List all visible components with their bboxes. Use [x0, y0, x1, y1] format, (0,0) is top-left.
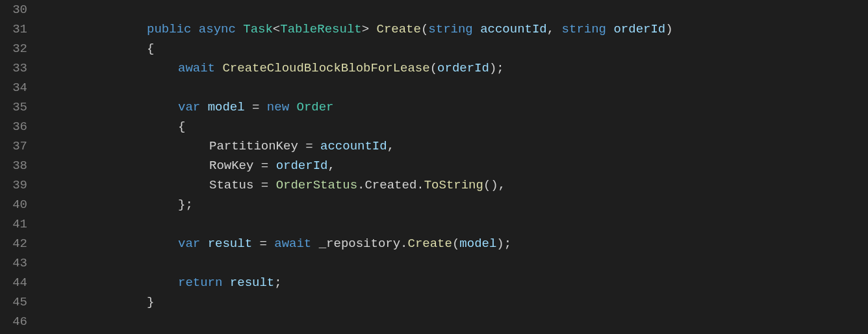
- code-line: [64, 312, 868, 331]
- code-line: public async Task<TableResult> Create(st…: [64, 19, 868, 39]
- code-line: PartitionKey = accountId,: [64, 136, 868, 156]
- code-token: Create: [408, 237, 452, 251]
- line-number: 33: [5, 58, 27, 78]
- code-line: {: [64, 117, 868, 136]
- code-token: (),: [483, 178, 505, 192]
- code-token: [311, 237, 318, 251]
- code-token: accountId: [320, 139, 387, 153]
- line-number: 43: [5, 253, 27, 273]
- code-token: string: [428, 22, 472, 36]
- line-number: 35: [5, 97, 27, 117]
- code-token: =: [252, 237, 274, 251]
- code-token: =: [253, 159, 275, 173]
- code-token: [473, 22, 480, 36]
- code-token: model: [459, 237, 496, 251]
- code-token: );: [496, 237, 511, 251]
- code-token: _repository: [319, 237, 400, 251]
- line-number: 41: [5, 214, 27, 234]
- code-line: Status = OrderStatus.Created.ToString(),: [64, 175, 868, 195]
- code-token: <: [273, 22, 280, 36]
- code-token: string: [562, 22, 606, 36]
- line-number: 44: [5, 273, 27, 292]
- code-line: var model = new Order: [64, 97, 868, 117]
- code-line: [64, 214, 868, 234]
- code-line: {: [64, 39, 868, 58]
- code-line: RowKey = orderId,: [64, 156, 868, 175]
- code-line: await CreateCloudBlockBlobForLease(order…: [64, 58, 868, 78]
- code-token: =: [298, 139, 320, 153]
- line-number: 38: [5, 156, 27, 175]
- code-token: (: [452, 237, 459, 251]
- code-token: .: [416, 178, 424, 192]
- code-line: [64, 78, 868, 97]
- code-token: ,: [327, 159, 335, 173]
- code-token: Task: [243, 22, 273, 36]
- line-number-gutter: 3031323334353637383940414243444546: [0, 0, 39, 334]
- code-token: [236, 22, 243, 36]
- code-token: ): [665, 22, 672, 36]
- code-token: [191, 22, 198, 36]
- code-token: {: [147, 42, 154, 56]
- code-token: PartitionKey: [209, 139, 298, 153]
- code-token: await: [178, 61, 215, 75]
- code-token: [200, 100, 207, 114]
- code-token: >: [362, 22, 377, 36]
- code-line: [64, 0, 868, 19]
- code-token: );: [489, 61, 504, 75]
- code-token: orderId: [276, 159, 328, 173]
- code-token: orderId: [437, 61, 489, 75]
- code-token: async: [199, 22, 236, 36]
- code-token: .: [400, 237, 407, 251]
- code-token: TableResult: [280, 22, 361, 36]
- line-number: 37: [5, 136, 27, 156]
- code-line: return result;: [64, 273, 868, 292]
- code-line: [64, 253, 868, 273]
- code-token: Status: [209, 178, 253, 192]
- line-number: 31: [5, 19, 27, 39]
- code-token: =: [253, 178, 275, 192]
- code-token: var: [178, 237, 200, 251]
- code-token: (: [421, 22, 428, 36]
- code-editor: 3031323334353637383940414243444546 publi…: [0, 0, 868, 334]
- code-token: RowKey: [209, 159, 253, 173]
- code-token: Order: [296, 100, 333, 114]
- line-number: 32: [5, 39, 27, 58]
- code-token: .: [357, 178, 364, 192]
- code-token: result: [208, 237, 252, 251]
- code-token: [200, 237, 207, 251]
- code-token: ,: [547, 22, 562, 36]
- code-token: [222, 276, 229, 290]
- line-number: 42: [5, 234, 27, 253]
- code-token: return: [178, 276, 222, 290]
- code-line: };: [64, 195, 868, 214]
- code-token: accountId: [480, 22, 547, 36]
- code-token: }: [147, 295, 154, 309]
- code-token: (: [430, 61, 437, 75]
- line-number: 39: [5, 175, 27, 195]
- line-number: 30: [5, 0, 27, 19]
- code-token: CreateCloudBlockBlobForLease: [222, 61, 429, 75]
- code-token: ;: [274, 276, 281, 290]
- code-token: {: [178, 120, 185, 134]
- code-token: };: [178, 198, 193, 212]
- code-token: [606, 22, 613, 36]
- code-token: await: [274, 237, 311, 251]
- code-token: ToString: [424, 178, 483, 192]
- line-number: 45: [5, 292, 27, 312]
- code-line: var result = await _repository.Create(mo…: [64, 234, 868, 253]
- code-token: public: [147, 22, 191, 36]
- code-token: Created: [364, 178, 416, 192]
- code-token: OrderStatus: [276, 178, 357, 192]
- code-line: }: [64, 292, 868, 312]
- line-number: 46: [5, 312, 27, 331]
- code-token: [289, 100, 296, 114]
- code-token: Create: [377, 22, 421, 36]
- code-token: [215, 61, 222, 75]
- code-token: result: [230, 276, 274, 290]
- line-number: 36: [5, 117, 27, 136]
- code-token: orderId: [613, 22, 665, 36]
- code-token: ,: [387, 139, 394, 153]
- code-token: new: [267, 100, 289, 114]
- code-token: var: [178, 100, 200, 114]
- code-area[interactable]: public async Task<TableResult> Create(st…: [39, 0, 868, 334]
